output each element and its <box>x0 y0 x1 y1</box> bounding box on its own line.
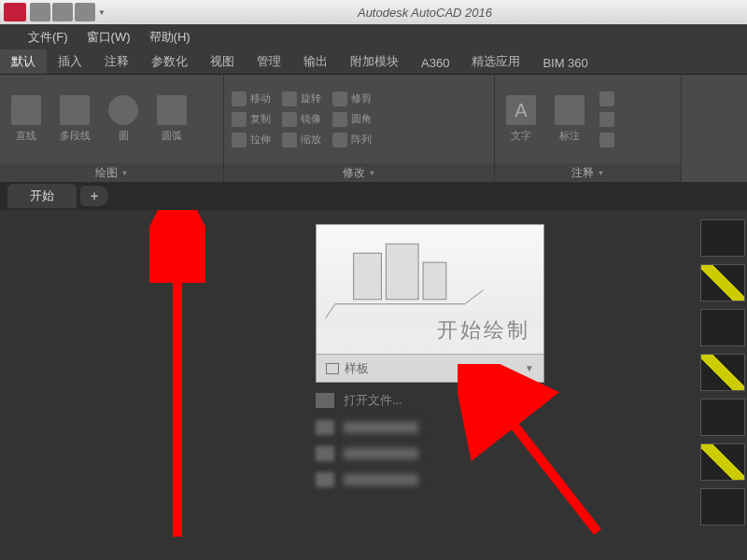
svg-rect-1 <box>386 244 418 300</box>
document-tab-bar: 开始 + <box>0 182 747 210</box>
start-drawing-card[interactable]: 开始绘制 样板 ▼ <box>316 224 544 383</box>
qat-open-icon[interactable] <box>52 3 73 21</box>
table-button[interactable] <box>596 90 618 108</box>
modify-copy-button[interactable]: 复制 <box>228 110 275 129</box>
card-illustration <box>317 225 543 328</box>
thumbnail[interactable] <box>700 219 745 257</box>
thumbnail[interactable] <box>700 264 745 301</box>
panel-annotation: A 文字 标注 注释▼ <box>495 75 682 182</box>
tab-manage[interactable]: 管理 <box>246 49 292 74</box>
array-icon <box>332 133 347 147</box>
chevron-down-icon: ▼ <box>121 169 129 177</box>
tab-view[interactable]: 视图 <box>199 49 246 74</box>
arc-icon <box>157 95 187 125</box>
modify-rotate-button[interactable]: 旋转 <box>278 90 325 108</box>
line-icon <box>11 95 41 125</box>
open-file-item[interactable]: 打开文件... <box>316 392 418 409</box>
dimension-icon <box>555 95 585 125</box>
tab-output[interactable]: 输出 <box>292 49 339 74</box>
tab-param[interactable]: 参数化 <box>140 49 199 74</box>
list-item[interactable] <box>316 472 418 487</box>
modify-mirror-button[interactable]: 镜像 <box>278 110 325 129</box>
tab-featured[interactable]: 精选应用 <box>460 49 531 74</box>
trim-icon <box>332 91 347 106</box>
menu-window[interactable]: 窗口(W) <box>87 29 131 46</box>
list-item[interactable] <box>316 420 418 435</box>
menu-help[interactable]: 帮助(H) <box>149 29 190 46</box>
qat-new-icon[interactable] <box>30 3 50 21</box>
line-label: 直线 <box>16 129 36 143</box>
template-label: 样板 <box>345 360 519 377</box>
folder-icon <box>316 393 334 408</box>
menu-bar: 文件(F) 窗口(W) 帮助(H) <box>0 24 747 50</box>
title-bar: ▼ Autodesk AutoCAD 2016 <box>0 0 747 24</box>
app-logo[interactable] <box>4 3 26 21</box>
open-file-label: 打开文件... <box>344 392 402 409</box>
table-icon <box>599 91 614 106</box>
tab-addon[interactable]: 附加模块 <box>339 49 410 74</box>
new-tab-button[interactable]: + <box>80 186 108 206</box>
panel-annotation-title[interactable]: 注释▼ <box>495 163 681 182</box>
thumbnail[interactable] <box>700 354 745 391</box>
circle-label: 圆 <box>119 129 129 143</box>
panel-modify: 移动 复制 拉伸 旋转 镜像 缩放 修剪 圆角 阵列 修改▼ <box>224 75 495 182</box>
more-icon <box>599 133 614 147</box>
window-title: Autodesk AutoCAD 2016 <box>106 6 743 20</box>
leader-button[interactable] <box>596 110 618 129</box>
modify-trim-button[interactable]: 修剪 <box>329 90 375 108</box>
svg-rect-2 <box>423 262 446 300</box>
text-label: 文字 <box>511 129 531 143</box>
thumbnail[interactable] <box>700 399 745 436</box>
tab-annotate[interactable]: 注释 <box>93 49 140 74</box>
panel-draw: 直线 多段线 圆 圆弧 绘图▼ <box>0 75 224 182</box>
thumbnail[interactable] <box>700 443 745 481</box>
circle-icon <box>108 95 138 125</box>
polyline-label: 多段线 <box>60 129 91 143</box>
modify-stretch-button[interactable]: 拉伸 <box>228 131 275 149</box>
template-dropdown[interactable]: 样板 ▼ <box>317 354 543 382</box>
thumbnail[interactable] <box>700 488 745 525</box>
text-icon: A <box>506 95 536 125</box>
draw-line-button[interactable]: 直线 <box>4 87 49 152</box>
dimension-button[interactable]: 标注 <box>547 87 592 152</box>
template-icon <box>326 363 339 374</box>
svg-rect-0 <box>354 253 382 300</box>
qat-save-icon[interactable] <box>75 3 95 21</box>
draw-arc-button[interactable]: 圆弧 <box>149 87 194 152</box>
fillet-icon <box>332 112 347 127</box>
modify-scale-button[interactable]: 缩放 <box>278 131 325 149</box>
tab-bim360[interactable]: BIM 360 <box>531 52 599 74</box>
tab-default[interactable]: 默认 <box>0 49 47 74</box>
thumbnail-strip <box>700 219 747 560</box>
panel-modify-title[interactable]: 修改▼ <box>224 163 494 182</box>
mirror-icon <box>282 112 297 127</box>
annot-more-button[interactable] <box>596 131 618 149</box>
modify-array-button[interactable]: 阵列 <box>329 131 375 149</box>
quick-access-toolbar: ▼ <box>30 3 106 21</box>
move-icon <box>232 91 247 106</box>
recent-actions-list: 打开文件... <box>316 392 418 487</box>
list-item[interactable] <box>316 446 418 461</box>
annotation-arrow-left <box>149 210 205 546</box>
chevron-down-icon: ▼ <box>369 169 376 177</box>
draw-polyline-button[interactable]: 多段线 <box>52 87 97 152</box>
qat-dropdown-icon[interactable]: ▼ <box>97 3 106 21</box>
rotate-icon <box>282 91 297 106</box>
doc-tab-start[interactable]: 开始 <box>7 184 77 208</box>
panel-draw-title[interactable]: 绘图▼ <box>0 163 223 182</box>
dim-label: 标注 <box>559 129 580 143</box>
menu-file[interactable]: 文件(F) <box>28 29 68 46</box>
file-icon <box>316 472 334 487</box>
modify-move-button[interactable]: 移动 <box>228 90 275 108</box>
modify-fillet-button[interactable]: 圆角 <box>329 110 375 129</box>
draw-circle-button[interactable]: 圆 <box>101 87 146 152</box>
file-icon <box>316 446 334 461</box>
file-icon <box>316 420 334 435</box>
chevron-down-icon: ▼ <box>598 169 605 177</box>
chevron-down-icon: ▼ <box>525 363 534 373</box>
thumbnail[interactable] <box>700 309 745 346</box>
tab-a360[interactable]: A360 <box>410 52 460 74</box>
tab-insert[interactable]: 插入 <box>47 49 93 74</box>
text-button[interactable]: A 文字 <box>499 87 543 152</box>
leader-icon <box>599 112 614 127</box>
